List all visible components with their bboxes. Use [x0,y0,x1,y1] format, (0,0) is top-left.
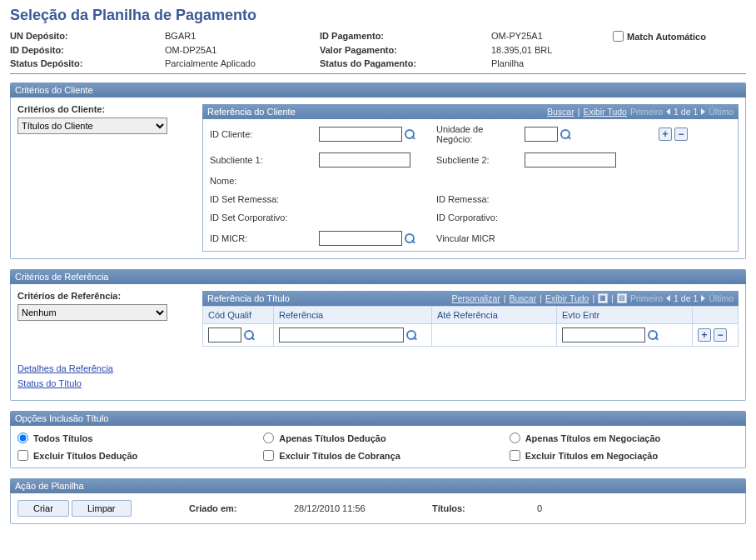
section-criterios-cliente-body: Critérios do Cliente: Títulos do Cliente… [10,98,746,259]
id-remessa-label: ID Remessa: [436,194,520,204]
unidade-negocio-label: Unidade de Negócio: [436,124,520,144]
ref-titulo-ultimo: Último [709,293,734,303]
ref-titulo-primeiro: Primeiro [630,293,663,303]
status-pagamento-value: Planilha [491,58,608,68]
opt-excluir-deducao[interactable]: Excluir Títulos Dedução [17,450,246,461]
valor-pagamento-label: Valor Pagamento: [320,45,486,55]
ref-cliente-ultimo: Último [709,107,734,117]
id-micr-input[interactable] [319,231,402,246]
valor-pagamento-value: 18.395,01 BRL [491,45,608,55]
match-automatico-checkbox[interactable] [613,31,624,42]
status-deposito-label: Status Depósito: [10,58,160,68]
subcliente1-input[interactable] [319,152,410,168]
criterios-cliente-label: Critérios do Cliente: [17,104,192,114]
table-row: + − [203,324,739,347]
id-cliente-label: ID Cliente: [210,129,314,139]
id-deposito-label: ID Depósito: [10,45,160,55]
col-cod-qualif[interactable]: Cód Qualif [203,307,274,324]
status-titulo-link[interactable]: Status do Título [17,378,739,388]
criado-em-value: 28/12/2010 11:56 [294,503,427,513]
todos-titulos-radio[interactable] [17,432,28,443]
id-set-remessa-label: ID Set Remessa: [210,194,314,204]
subcliente2-label: Subcliente 2: [436,155,520,165]
criterios-referencia-label: Critérios de Referência: [17,291,192,301]
id-pagamento-value: OM-PY25A1 [491,31,608,42]
zoom-icon[interactable]: ▦ [598,293,608,303]
un-deposito-value: BGAR1 [165,31,315,42]
subcliente2-input[interactable] [525,152,616,168]
referencia-titulo-bar: Referência do Título Personalizar| Busca… [202,291,739,306]
apenas-negociacao-radio[interactable] [510,432,520,443]
apenas-deducao-radio[interactable] [263,432,274,443]
opt-todos-titulos[interactable]: Todos Títulos [17,432,246,443]
subcliente1-label: Subcliente 1: [210,155,314,165]
chevron-right-icon[interactable] [701,108,705,115]
ref-titulo-buscar-link[interactable]: Buscar [510,293,537,303]
search-icon[interactable] [405,129,417,142]
grid-icon[interactable]: ▤ [617,293,627,303]
opt-excluir-cobranca[interactable]: Excluir Títulos de Cobrança [263,450,492,461]
detalhes-referencia-link[interactable]: Detalhes da Referência [17,363,739,373]
excluir-cobranca-checkbox[interactable] [263,450,274,461]
id-corp-label: ID Corporativo: [436,212,520,222]
col-evto-entr[interactable]: Evto Entr [557,307,693,324]
limpar-button[interactable]: Limpar [72,500,132,517]
id-deposito-value: OM-DP25A1 [165,45,315,55]
opt-apenas-deducao[interactable]: Apenas Títulos Dedução [263,432,492,443]
evto-entr-input[interactable] [562,328,645,342]
search-icon[interactable] [648,330,660,342]
criar-button[interactable]: Criar [17,500,69,517]
section-acao-planilha-body: Criar Limpar Criado em: 28/12/2010 11:56… [10,493,746,524]
chevron-left-icon[interactable] [666,295,670,302]
status-deposito-value: Parcialmente Aplicado [165,58,315,68]
ref-titulo-pager-text: 1 de 1 [674,293,698,303]
section-acao-planilha-header: Ação de Planilha [10,478,746,493]
ref-titulo-personalizar-link[interactable]: Personalizar [451,293,500,303]
ref-cliente-primeiro: Primeiro [630,107,663,117]
section-criterios-cliente-header: Critérios do Cliente [10,82,746,98]
remove-row-button[interactable]: − [674,128,688,141]
ref-cliente-pager-text: 1 de 1 [674,107,698,117]
add-row-button[interactable]: + [659,128,672,141]
chevron-left-icon[interactable] [666,108,670,115]
un-deposito-label: UN Depósito: [10,31,160,42]
ref-cliente-buscar-link[interactable]: Buscar [547,107,574,117]
divider [10,73,746,74]
nome-label: Nome: [210,176,314,186]
criado-em-label: Criado em: [189,503,289,513]
referencia-input[interactable] [279,328,404,342]
criterios-referencia-select[interactable]: Nenhum [17,304,167,321]
id-cliente-input[interactable] [319,127,402,142]
excluir-deducao-checkbox[interactable] [17,450,28,461]
page-title: Seleção da Planilha de Pagamento [10,7,746,24]
titulos-value: 0 [537,503,620,513]
section-criterios-referencia-body: Critérios de Referência: Nenhum Referênc… [10,284,746,401]
unidade-negocio-input[interactable] [525,127,558,142]
search-icon[interactable] [405,233,417,246]
ate-referencia-cell [432,324,557,347]
excluir-negociacao-checkbox[interactable] [510,450,520,461]
search-icon[interactable] [244,330,256,342]
id-pagamento-label: ID Pagamento: [320,31,486,42]
section-opcoes-inclusao-body: Todos Títulos Apenas Títulos Dedução Ape… [10,426,746,468]
opt-excluir-negociacao[interactable]: Excluir Títulos em Negociação [510,450,739,461]
col-ate-referencia[interactable]: Até Referência [432,307,557,324]
cod-qualif-input[interactable] [208,328,241,342]
add-row-button[interactable]: + [698,328,711,342]
criterios-cliente-select[interactable]: Títulos do Cliente [17,118,167,134]
remove-row-button[interactable]: − [714,328,727,342]
referencia-titulo-table: Cód Qualif Referência Até Referência Evt… [202,306,739,347]
referencia-cliente-bar: Referência do Cliente Buscar| Exibir Tud… [202,104,739,119]
ref-titulo-exibir-tudo-link[interactable]: Exibir Tudo [545,293,589,303]
match-automatico-label: Match Automático [627,32,706,42]
col-referencia[interactable]: Referência [274,307,432,324]
header-summary: UN Depósito: BGAR1 ID Pagamento: OM-PY25… [10,31,746,68]
search-icon[interactable] [406,330,419,342]
id-micr-label: ID MICR: [210,233,314,243]
opt-apenas-negociacao[interactable]: Apenas Títulos em Negociação [510,432,739,443]
section-criterios-referencia-header: Critérios de Referência [10,269,746,284]
ref-cliente-exibir-tudo-link[interactable]: Exibir Tudo [583,107,627,117]
id-set-corp-label: ID Set Corporativo: [210,212,314,222]
search-icon[interactable] [560,129,573,142]
chevron-right-icon[interactable] [701,295,705,302]
